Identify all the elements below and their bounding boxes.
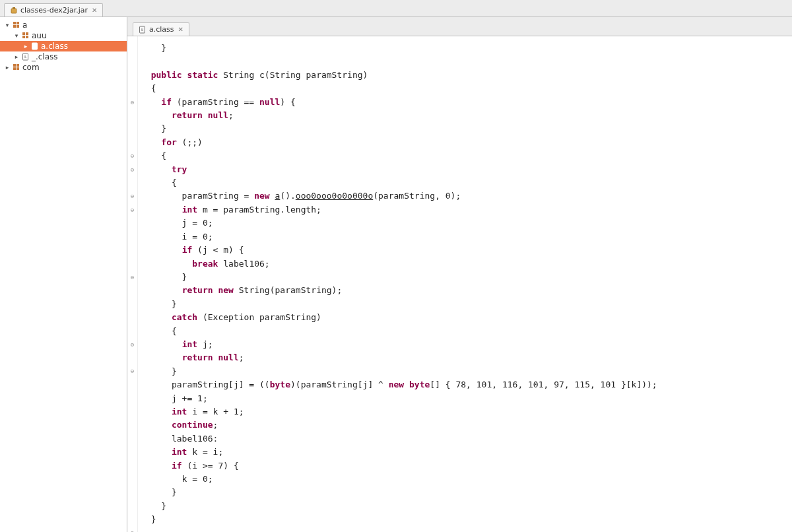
svg-rect-5 (16, 25, 19, 28)
fold-toggle-icon (127, 446, 137, 459)
fold-toggle-icon[interactable] (127, 189, 137, 203)
fold-toggle-icon (127, 486, 137, 499)
fold-toggle-icon (127, 42, 137, 55)
class-file-icon (31, 42, 39, 50)
fold-toggle-icon (127, 405, 137, 418)
fold-toggle-icon (127, 311, 137, 324)
fold-toggle-icon (127, 257, 137, 270)
fold-toggle-icon (127, 216, 137, 230)
top-tab-bar: classes-dex2jar.jar ✕ (0, 0, 792, 17)
code-pane: } public static String c(String paramStr… (127, 36, 792, 532)
fold-toggle-icon (127, 391, 137, 405)
package-icon (13, 21, 20, 29)
fold-toggle-icon[interactable] (127, 526, 137, 532)
svg-rect-12 (13, 64, 16, 67)
fold-toggle-icon (127, 122, 137, 135)
svg-rect-3 (16, 22, 19, 24)
fold-toggle-icon (127, 432, 137, 445)
fold-toggle-icon[interactable] (127, 163, 137, 176)
fold-toggle-icon (127, 109, 137, 122)
tree-item-under-class[interactable]: ▸ _.class (0, 51, 127, 62)
chevron-right-icon[interactable]: ▸ (4, 64, 11, 71)
svg-rect-2 (13, 22, 16, 24)
package-icon (22, 32, 30, 40)
tree-label: com (22, 63, 40, 72)
svg-rect-16 (140, 26, 145, 33)
tree-item-auu[interactable]: ▾ auu (0, 30, 127, 41)
svg-rect-7 (26, 32, 28, 35)
close-icon[interactable]: ✕ (178, 26, 183, 33)
fold-toggle-icon (127, 297, 137, 310)
tree-label: auu (32, 31, 47, 40)
svg-rect-15 (16, 67, 19, 70)
svg-rect-1 (13, 7, 15, 9)
fold-toggle-icon (127, 324, 137, 337)
fold-toggle-icon (127, 55, 137, 68)
fold-toggle-icon (127, 69, 137, 82)
fold-toggle-icon (127, 82, 137, 95)
class-file-icon (22, 53, 30, 61)
chevron-down-icon[interactable]: ▾ (13, 32, 20, 39)
package-icon (13, 63, 20, 71)
package-explorer[interactable]: ▾ a ▾ auu ▸ a.class ▸ _.class ▸ com (0, 17, 127, 532)
tree-item-a-class[interactable]: ▸ a.class (0, 41, 127, 51)
fold-toggle-icon (127, 513, 137, 526)
fold-toggle-icon (127, 459, 137, 472)
fold-toggle-icon (127, 244, 137, 257)
tree-label: a (22, 20, 27, 30)
fold-toggle-icon (127, 473, 137, 486)
fold-toggle-icon[interactable] (127, 364, 137, 378)
svg-rect-9 (26, 36, 28, 38)
editor-tab-a-class[interactable]: a.class ✕ (133, 22, 189, 36)
fold-toggle-icon[interactable] (127, 338, 137, 351)
svg-rect-14 (13, 67, 16, 70)
fold-gutter[interactable] (127, 36, 138, 532)
fold-toggle-icon (127, 230, 137, 243)
close-icon[interactable]: ✕ (92, 7, 97, 14)
fold-toggle-icon (127, 351, 137, 364)
editor-tab-label: a.class (149, 25, 174, 34)
fold-toggle-icon (127, 418, 137, 432)
svg-rect-10 (32, 43, 38, 50)
svg-rect-4 (13, 25, 16, 28)
fold-toggle-icon[interactable] (127, 203, 137, 216)
svg-rect-11 (23, 53, 28, 60)
svg-rect-13 (16, 64, 19, 67)
fold-toggle-icon (127, 499, 137, 512)
tree-label: _.class (32, 52, 58, 61)
tree-item-com[interactable]: ▸ com (0, 62, 127, 73)
fold-toggle-icon (127, 284, 137, 297)
fold-toggle-icon[interactable] (127, 149, 137, 162)
fold-toggle-icon (127, 136, 137, 149)
chevron-down-icon[interactable]: ▾ (4, 22, 11, 28)
tree-label: a.class (41, 42, 68, 51)
fold-toggle-icon (127, 176, 137, 189)
class-file-icon (139, 26, 147, 34)
fold-toggle-icon (127, 378, 137, 391)
chevron-right-icon[interactable]: ▸ (13, 53, 20, 60)
svg-rect-8 (22, 36, 25, 38)
top-tab-jar[interactable]: classes-dex2jar.jar ✕ (4, 3, 103, 17)
tree-item-a[interactable]: ▾ a (0, 20, 127, 30)
chevron-right-icon[interactable]: ▸ (22, 43, 29, 50)
main-area: ▾ a ▾ auu ▸ a.class ▸ _.class ▸ com (0, 17, 792, 532)
editor-tab-bar: a.class ✕ (127, 17, 792, 36)
fold-toggle-icon[interactable] (127, 271, 137, 284)
fold-toggle-icon[interactable] (127, 96, 137, 109)
top-tab-label: classes-dex2jar.jar (20, 6, 88, 15)
jar-icon (10, 7, 18, 15)
svg-rect-6 (22, 32, 25, 35)
svg-rect-0 (11, 9, 16, 13)
editor-area: a.class ✕ } public static String c(Strin… (127, 17, 792, 532)
code-editor[interactable]: } public static String c(String paramStr… (138, 36, 792, 532)
